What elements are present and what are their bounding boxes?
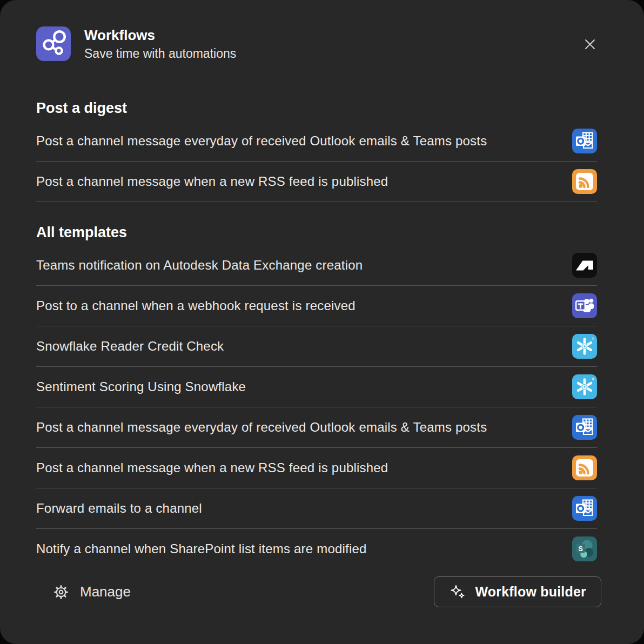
section-post-a-digest: Post a digest Post a channel message eve… [36,99,597,202]
dialog-title: Workflows [84,27,236,43]
workflow-builder-label: Workflow builder [475,584,586,600]
template-row-forward-emails[interactable]: Forward emails to a channel [36,488,597,529]
template-title: Post a channel message when a new RSS fe… [36,460,393,475]
template-row-webhook[interactable]: Post to a channel when a webhook request… [36,286,597,326]
workflows-dialog: Workflows Save time with automations Pos… [0,0,644,644]
template-title: Snowflake Reader Credit Check [36,339,229,354]
section-all-templates: All templates Teams notification on Auto… [36,224,597,569]
sparkle-icon [449,583,466,601]
snowflake-icon [572,374,597,399]
snowflake-icon [572,334,597,359]
workflows-app-icon [36,26,71,61]
dialog-footer: Manage Workflow builder [36,576,601,607]
template-row-sharepoint[interactable]: Notify a channel when SharePoint list it… [36,529,597,569]
template-title: Notify a channel when SharePoint list it… [36,541,372,556]
template-row-snowflake-sentiment[interactable]: Sentiment Scoring Using Snowflake [36,367,597,407]
rss-icon [572,169,597,194]
outlook-icon [572,129,597,153]
template-title: Post to a channel when a webhook request… [36,298,361,313]
sharepoint-icon: S [572,536,597,561]
manage-label: Manage [80,583,131,600]
manage-button[interactable]: Manage [53,583,131,600]
template-row-rss-published[interactable]: Post a channel message when a new RSS fe… [36,448,597,488]
template-title: Teams notification on Autodesk Data Exch… [36,258,368,273]
outlook-icon [572,496,597,521]
header-text: Workflows Save time with automations [84,27,236,61]
template-row-outlook-everyday[interactable]: Post a channel message everyday of recei… [36,407,597,448]
dialog-subtitle: Save time with automations [84,46,236,61]
templates-content: Post a digest Post a channel message eve… [0,99,644,569]
template-title: Sentiment Scoring Using Snowflake [36,379,251,394]
workflow-share-icon [36,26,71,61]
template-row-outlook-digest[interactable]: Post a channel message everyday of recei… [36,121,597,162]
template-title: Post a channel message everyday of recei… [36,420,492,435]
close-button[interactable] [579,33,601,55]
workflow-builder-button[interactable]: Workflow builder [434,576,601,607]
section-heading: Post a digest [36,99,597,117]
outlook-icon [572,415,597,440]
close-icon [581,35,599,53]
gear-icon [53,584,69,600]
dialog-header: Workflows Save time with automations [0,26,644,62]
template-row-snowflake-credit[interactable]: Snowflake Reader Credit Check [36,326,597,367]
template-row-rss-digest[interactable]: Post a channel message when a new RSS fe… [36,162,597,202]
rss-icon [572,455,597,480]
svg-text:S: S [579,545,583,553]
teams-icon [572,293,597,318]
section-heading: All templates [36,224,597,241]
template-row-autodesk[interactable]: Teams notification on Autodesk Data Exch… [36,245,597,286]
template-title: Post a channel message when a new RSS fe… [36,174,393,189]
autodesk-icon [572,253,597,278]
template-title: Forward emails to a channel [36,501,207,516]
template-title: Post a channel message everyday of recei… [36,133,492,149]
